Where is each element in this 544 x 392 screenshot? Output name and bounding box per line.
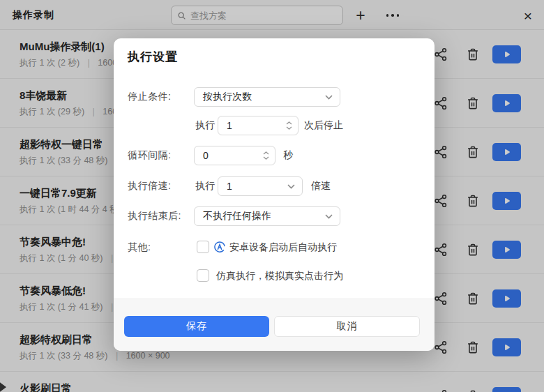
speed-prefix: 执行	[195, 176, 215, 195]
speed-select[interactable]: 1	[218, 176, 303, 196]
cancel-button[interactable]: 取消	[274, 316, 420, 337]
speed-value: 1	[227, 181, 287, 192]
interval-input-box[interactable]	[194, 146, 275, 165]
interval-stepper[interactable]	[263, 151, 269, 160]
stepper-up-icon	[286, 121, 292, 125]
dialog-footer: 保存 取消	[114, 299, 435, 351]
simulate-checkbox[interactable]	[197, 269, 209, 282]
android-app-icon	[213, 241, 226, 253]
chevron-down-icon	[325, 95, 333, 100]
speed-suffix: 倍速	[311, 176, 331, 195]
speed-label: 执行倍速:	[128, 176, 171, 195]
after-end-label: 执行结束后:	[128, 206, 181, 225]
save-button[interactable]: 保存	[124, 316, 269, 337]
count-prefix: 执行	[195, 116, 215, 135]
count-input[interactable]	[227, 120, 286, 131]
stop-condition-select[interactable]: 按执行次数	[194, 87, 340, 107]
other-label: 其他:	[128, 238, 151, 257]
simulate-label: 仿真执行，模拟真实点击行为	[216, 269, 343, 282]
execution-settings-dialog: 执行设置 停止条件: 按执行次数 执行 次后停止 循环间隔: 秒	[114, 38, 435, 351]
auto-start-label: 安卓设备启动后自动执行	[229, 241, 337, 254]
stepper-up-icon	[263, 151, 269, 155]
chevron-down-icon	[325, 214, 333, 219]
stop-condition-label: 停止条件:	[128, 87, 171, 106]
stepper-down-icon	[286, 126, 292, 130]
count-suffix: 次后停止	[304, 116, 343, 135]
dialog-title: 执行设置	[128, 49, 178, 65]
interval-label: 循环间隔:	[128, 146, 171, 165]
count-input-box[interactable]	[218, 116, 299, 135]
app-window: 操作录制 + × MuMu操作录制(1) 执行 1 次 (2 秒) | 1600…	[0, 0, 544, 392]
after-end-select[interactable]: 不执行任何操作	[194, 206, 340, 226]
auto-start-checkbox[interactable]	[197, 241, 209, 253]
count-stepper[interactable]	[286, 121, 292, 130]
stop-condition-value: 按执行次数	[203, 91, 325, 103]
chevron-down-icon	[287, 184, 295, 189]
after-end-value: 不执行任何操作	[203, 210, 325, 223]
interval-unit: 秒	[283, 146, 293, 165]
stepper-down-icon	[263, 156, 269, 160]
interval-input[interactable]	[203, 150, 263, 161]
